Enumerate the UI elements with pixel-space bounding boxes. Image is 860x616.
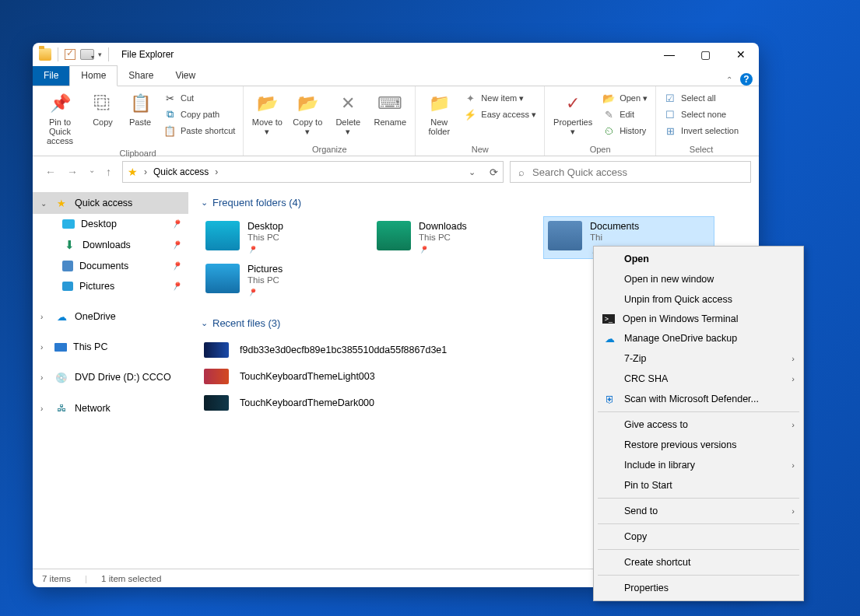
back-button[interactable]: ← <box>45 166 56 178</box>
edit-button[interactable]: ✎Edit <box>601 107 649 121</box>
properties-qat-icon[interactable] <box>65 49 75 60</box>
chevron-right-icon: › <box>40 373 48 382</box>
select-all-icon: ☑ <box>664 92 676 104</box>
ctx-terminal[interactable]: >_Open in Windows Terminal <box>596 310 801 328</box>
properties-button[interactable]: ✓ Properties ▾ <box>551 89 595 138</box>
ribbon-tabs: File Home Share View ⌃ ? <box>33 66 759 86</box>
sidebar-quick-access[interactable]: ⌄ ★ Quick access <box>33 192 188 214</box>
sidebar-network[interactable]: › 🖧 Network <box>33 397 188 419</box>
minimize-button[interactable]: — <box>651 43 687 66</box>
folder-location: This PC <box>247 233 283 242</box>
new-folder-qat-icon[interactable] <box>80 49 94 60</box>
group-organize-label: Organize <box>250 143 409 154</box>
sidebar-item-label: Desktop <box>81 219 117 229</box>
move-to-button[interactable]: 📂 Move to ▾ <box>250 89 284 138</box>
easy-access-button[interactable]: ⚡Easy access ▾ <box>462 107 538 121</box>
file-name: TouchKeyboardThemeDark000 <box>240 397 374 408</box>
pin-icon: 📍 <box>170 238 184 252</box>
group-frequent[interactable]: ⌄ Frequent folders (4) <box>201 197 746 208</box>
recent-dropdown[interactable]: ⌄ <box>89 166 95 178</box>
new-folder-icon: 📁 <box>426 91 451 116</box>
ctx-defender[interactable]: ⛨Scan with Microsoft Defender... <box>596 389 801 409</box>
select-none-icon: ☐ <box>664 108 676 121</box>
search-box[interactable]: ⌕ <box>510 161 751 183</box>
ctx-7zip[interactable]: 7-Zip› <box>596 348 801 369</box>
sidebar-item-label: Downloads <box>82 240 131 250</box>
ctx-open-new-window[interactable]: Open in new window <box>596 269 801 289</box>
open-button[interactable]: 📂Open ▾ <box>601 91 649 105</box>
folder-tile[interactable]: Desktop This PC 📍 <box>201 216 372 259</box>
ctx-onedrive[interactable]: ☁Manage OneDrive backup <box>596 328 801 348</box>
sidebar: ⌄ ★ Quick access Desktop 📍 ⬇ Downloads 📍… <box>33 187 188 569</box>
sidebar-item-downloads[interactable]: ⬇ Downloads 📍 <box>33 234 188 256</box>
delete-button[interactable]: ✕ Delete ▾ <box>331 89 365 138</box>
tab-file[interactable]: File <box>33 66 69 86</box>
ctx-open[interactable]: Open <box>596 249 801 269</box>
copy-button[interactable]: ⿻ Copy <box>87 89 118 128</box>
close-button[interactable]: ✕ <box>723 43 759 66</box>
search-input[interactable] <box>532 166 742 178</box>
sidebar-this-pc[interactable]: › This PC <box>33 337 188 357</box>
collapse-ribbon-icon[interactable]: ⌃ <box>726 75 732 84</box>
ctx-unpin[interactable]: Unpin from Quick access <box>596 289 801 310</box>
paste-icon: 📋 <box>128 91 153 116</box>
sidebar-item-documents[interactable]: Documents 📍 <box>33 256 188 276</box>
chevron-right-icon: › <box>40 404 48 413</box>
folder-icon <box>548 221 582 250</box>
cut-button[interactable]: ✂Cut <box>162 91 237 105</box>
addr-sep2: › <box>215 166 218 177</box>
sidebar-dvd[interactable]: › 💿 DVD Drive (D:) CCCO <box>33 366 188 388</box>
ctx-crc[interactable]: CRC SHA› <box>596 369 801 389</box>
folder-tile[interactable]: Downloads This PC 📍 <box>372 216 543 259</box>
file-thumbnail <box>204 342 229 358</box>
network-icon: 🖧 <box>54 402 68 415</box>
select-none-button[interactable]: ☐Select none <box>662 107 740 121</box>
copy-path-button[interactable]: ⧉Copy path <box>162 107 237 121</box>
search-icon: ⌕ <box>518 166 525 178</box>
tab-view[interactable]: View <box>164 66 206 86</box>
pin-quick-access-button[interactable]: 📌 Pin to Quick access <box>39 89 81 147</box>
copy-to-button[interactable]: 📂 Copy to ▾ <box>290 89 325 138</box>
pin-icon: 📌 <box>47 91 72 116</box>
refresh-button[interactable]: ⟳ <box>490 166 498 178</box>
ctx-send-to[interactable]: Send to› <box>596 501 801 521</box>
qat-dropdown-icon[interactable]: ▾ <box>98 51 102 58</box>
folder-name: Desktop <box>247 221 283 232</box>
sidebar-onedrive[interactable]: › ☁ OneDrive <box>33 306 188 327</box>
help-icon[interactable]: ? <box>740 73 753 86</box>
ctx-shortcut[interactable]: Create shortcut <box>596 552 801 572</box>
ctx-include[interactable]: Include in library› <box>596 455 801 475</box>
address-dropdown-icon[interactable]: ⌄ <box>469 167 476 177</box>
rename-button[interactable]: ⌨ Rename <box>371 89 409 128</box>
pin-icon: 📍 <box>170 217 184 231</box>
sidebar-item-desktop[interactable]: Desktop 📍 <box>33 214 188 234</box>
select-all-button[interactable]: ☑Select all <box>662 91 740 105</box>
terminal-icon: >_ <box>602 314 615 324</box>
ctx-copy[interactable]: Copy <box>596 527 801 547</box>
ctx-give-access[interactable]: Give access to› <box>596 415 801 435</box>
maximize-button[interactable]: ▢ <box>687 43 723 66</box>
paste-button[interactable]: 📋 Paste <box>125 89 156 128</box>
file-name: f9db33e3d0ecfb89e1bc385510dda55f8867d3e1 <box>240 345 447 355</box>
easy-access-icon: ⚡ <box>464 108 476 121</box>
sidebar-item-pictures[interactable]: Pictures 📍 <box>33 276 188 296</box>
ctx-restore[interactable]: Restore previous versions <box>596 435 801 455</box>
new-folder-button[interactable]: 📁 New folder <box>422 89 456 138</box>
new-item-button[interactable]: ✦New item ▾ <box>462 91 538 105</box>
forward-button[interactable]: → <box>67 166 78 178</box>
up-button[interactable]: ↑ <box>106 166 111 178</box>
paste-shortcut-button[interactable]: 📋Paste shortcut <box>162 124 237 138</box>
tab-home[interactable]: Home <box>69 65 118 86</box>
chevron-down-icon: ⌄ <box>201 198 208 208</box>
history-button[interactable]: ⏲History <box>601 124 649 138</box>
invert-selection-button[interactable]: ⊞Invert selection <box>662 124 740 138</box>
folder-tile[interactable]: Pictures This PC 📍 <box>201 259 372 302</box>
address-bar[interactable]: ★ › Quick access › ⌄ ⟳ <box>122 161 504 183</box>
folder-icon <box>205 221 240 250</box>
ctx-pin-start[interactable]: Pin to Start <box>596 475 801 495</box>
pin-icon: 📍 <box>246 286 258 299</box>
tab-share[interactable]: Share <box>118 66 164 86</box>
file-thumbnail <box>204 369 229 384</box>
folder-name: Pictures <box>247 264 283 275</box>
ctx-properties[interactable]: Properties <box>596 578 801 598</box>
